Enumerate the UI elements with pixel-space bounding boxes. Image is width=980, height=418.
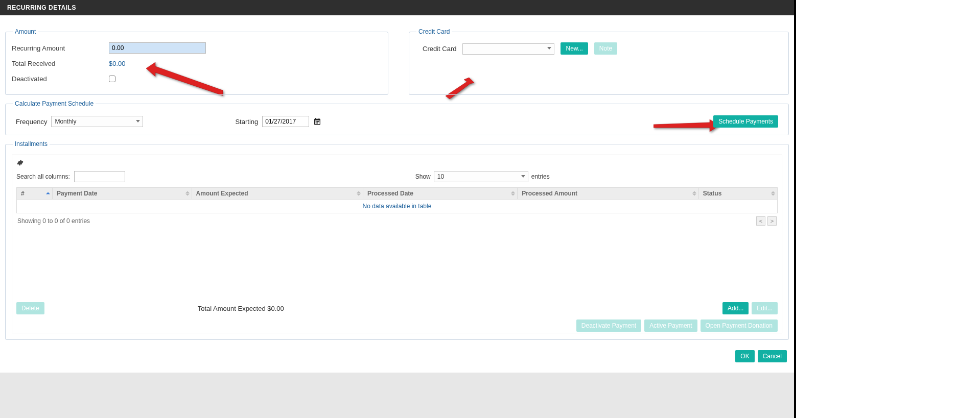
frequency-label: Frequency xyxy=(16,118,47,126)
installments-fieldset: Installments Search all columns: Show 10 xyxy=(5,140,789,340)
starting-date-input[interactable] xyxy=(262,116,309,127)
gear-icon[interactable] xyxy=(16,160,24,168)
credit-card-legend: Credit Card xyxy=(416,28,452,35)
page-size-select[interactable]: 10 xyxy=(434,171,528,182)
schedule-legend: Calculate Payment Schedule xyxy=(13,100,96,107)
edit-button[interactable]: Edit... xyxy=(752,302,778,314)
new-credit-card-button[interactable]: New... xyxy=(561,42,588,55)
starting-label: Starting xyxy=(235,118,258,126)
open-payment-donation-button[interactable]: Open Payment Donation xyxy=(701,319,778,332)
deactivate-payment-button[interactable]: Deactivate Payment xyxy=(576,319,641,332)
no-data-cell: No data available in table xyxy=(17,200,778,213)
credit-card-label: Credit Card xyxy=(423,45,456,53)
col-processed-amount[interactable]: Processed Amount xyxy=(518,188,699,200)
pager-next-button[interactable]: > xyxy=(767,216,777,226)
installments-legend: Installments xyxy=(13,140,50,147)
table-row: No data available in table xyxy=(17,200,778,213)
note-button[interactable]: Note xyxy=(594,42,617,55)
credit-card-select[interactable] xyxy=(462,43,554,55)
total-received-label: Total Received xyxy=(12,60,109,67)
amount-legend: Amount xyxy=(13,28,38,35)
pager-prev-button[interactable]: < xyxy=(756,216,765,226)
table-header-row: # Payment Date Amount Expected xyxy=(17,188,778,200)
search-input[interactable] xyxy=(74,171,125,182)
col-processed-date[interactable]: Processed Date xyxy=(363,188,517,200)
entries-label: entries xyxy=(531,173,550,180)
installments-table: # Payment Date Amount Expected xyxy=(16,187,778,213)
active-payment-button[interactable]: Active Payment xyxy=(644,319,697,332)
frequency-select[interactable]: Monthly xyxy=(51,116,143,127)
showing-text: Showing 0 to 0 of 0 entries xyxy=(17,217,90,225)
search-all-columns-label: Search all columns: xyxy=(16,173,70,180)
deactivated-label: Deactivated xyxy=(12,75,109,83)
total-amount-expected: Total Amount Expected $0.00 xyxy=(198,305,284,312)
dialog-title: RECURRING DETAILS xyxy=(0,0,794,15)
col-payment-date[interactable]: Payment Date xyxy=(53,188,192,200)
col-amount-expected[interactable]: Amount Expected xyxy=(192,188,363,200)
recurring-amount-label: Recurring Amount xyxy=(12,44,109,52)
schedule-payments-button[interactable]: Schedule Payments xyxy=(713,115,778,128)
col-status[interactable]: Status xyxy=(698,188,777,200)
col-number[interactable]: # xyxy=(17,188,53,200)
total-received-value: $0.00 xyxy=(109,60,126,67)
add-button[interactable]: Add... xyxy=(722,302,749,314)
schedule-fieldset: Calculate Payment Schedule Frequency Mon… xyxy=(5,100,789,135)
recurring-amount-input[interactable] xyxy=(109,42,206,54)
cancel-button[interactable]: Cancel xyxy=(758,350,787,362)
deactivated-checkbox[interactable] xyxy=(109,76,115,82)
show-label: Show xyxy=(415,173,431,180)
ok-button[interactable]: OK xyxy=(735,350,754,362)
amount-fieldset: Amount Recurring Amount Total Received $… xyxy=(5,28,388,95)
footer-strip xyxy=(0,373,794,418)
calendar-icon[interactable] xyxy=(313,117,321,126)
delete-button[interactable]: Delete xyxy=(16,302,44,314)
credit-card-fieldset: Credit Card Credit Card New... Note xyxy=(409,28,789,95)
